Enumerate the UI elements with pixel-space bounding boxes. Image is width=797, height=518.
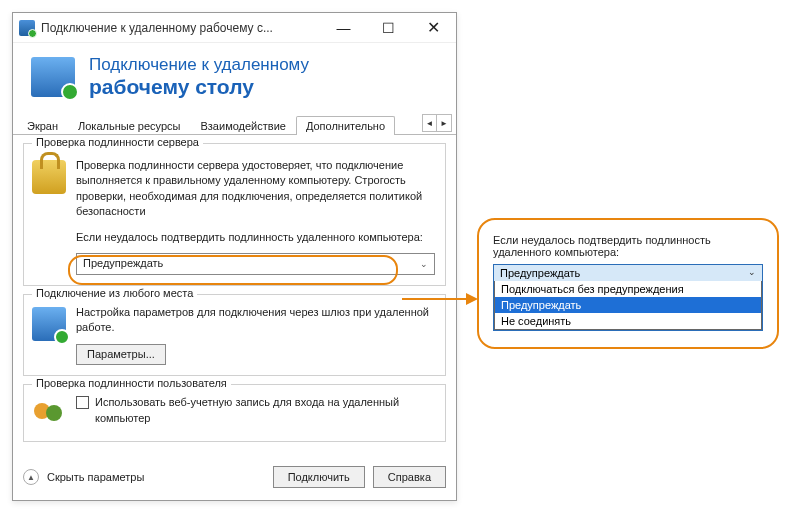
tab-bar: Экран Локальные ресурсы Взаимодействие Д… xyxy=(13,111,456,135)
auth-action-select[interactable]: Предупреждать ⌄ xyxy=(76,253,435,275)
tab-local-resources[interactable]: Локальные ресурсы xyxy=(68,116,190,135)
banner-line1: Подключение к удаленному xyxy=(89,55,309,75)
web-account-checkbox[interactable] xyxy=(76,396,89,409)
help-button[interactable]: Справка xyxy=(373,466,446,488)
select-options-list: Подключаться без предупреждения Предупре… xyxy=(494,281,762,330)
rdp-dialog: Подключение к удаленному рабочему с... —… xyxy=(12,12,457,501)
dialog-footer: ▲ Скрыть параметры Подключить Справка xyxy=(13,458,456,500)
close-button[interactable]: ✕ xyxy=(411,13,456,43)
window-title: Подключение к удаленному рабочему с... xyxy=(41,21,321,35)
banner-line2: рабочему столу xyxy=(89,75,309,99)
auth-action-value: Предупреждать xyxy=(83,256,163,271)
maximize-button[interactable]: ☐ xyxy=(366,13,411,43)
option-connect-no-warn[interactable]: Подключаться без предупреждения xyxy=(495,281,761,297)
server-auth-prompt: Если неудалось подтвердить подлинность у… xyxy=(76,230,435,245)
people-icon xyxy=(32,397,66,431)
hide-options-link[interactable]: Скрыть параметры xyxy=(47,471,265,483)
rdp-banner-icon xyxy=(31,57,75,97)
group-gateway-title: Подключение из любого места xyxy=(32,287,197,299)
titlebar[interactable]: Подключение к удаленному рабочему с... —… xyxy=(13,13,456,43)
web-account-label: Использовать веб-учетную запись для вход… xyxy=(95,395,435,426)
server-auth-desc: Проверка подлинности сервера удостоверяе… xyxy=(76,158,435,220)
callout-prompt: Если неудалось подтвердить подлинность у… xyxy=(493,234,763,258)
banner: Подключение к удаленному рабочему столу xyxy=(13,43,456,111)
minimize-button[interactable]: — xyxy=(321,13,366,43)
chevron-down-icon: ⌄ xyxy=(420,258,428,271)
group-user-auth: Проверка подлинности пользователя Исполь… xyxy=(23,384,446,442)
group-server-auth: Проверка подлинности сервера Проверка по… xyxy=(23,143,446,286)
group-gateway: Подключение из любого места Настройка па… xyxy=(23,294,446,376)
auth-action-select-open[interactable]: Предупреждать ⌄ Подключаться без предупр… xyxy=(493,264,763,331)
banner-text: Подключение к удаленному рабочему столу xyxy=(89,55,309,99)
chevron-down-icon: ⌄ xyxy=(748,267,756,279)
gateway-settings-button[interactable]: Параметры... xyxy=(76,344,166,365)
group-user-auth-title: Проверка подлинности пользователя xyxy=(32,377,231,389)
tab-content: Проверка подлинности сервера Проверка по… xyxy=(13,135,456,458)
tab-display[interactable]: Экран xyxy=(17,116,68,135)
callout-panel: Если неудалось подтвердить подлинность у… xyxy=(477,218,779,349)
tab-scroll-right-icon[interactable]: ► xyxy=(437,115,451,131)
monitor-icon xyxy=(32,307,66,341)
tab-experience[interactable]: Взаимодействие xyxy=(190,116,295,135)
group-server-auth-title: Проверка подлинности сервера xyxy=(32,136,203,148)
collapse-icon[interactable]: ▲ xyxy=(23,469,39,485)
option-warn[interactable]: Предупреждать xyxy=(495,297,761,313)
option-do-not-connect[interactable]: Не соединять xyxy=(495,313,761,329)
select-open-value: Предупреждать xyxy=(500,267,580,279)
tab-scroll: ◄ ► xyxy=(422,114,452,132)
tab-advanced[interactable]: Дополнительно xyxy=(296,116,395,135)
tab-scroll-left-icon[interactable]: ◄ xyxy=(423,115,437,131)
rdp-icon xyxy=(19,20,35,36)
connect-button[interactable]: Подключить xyxy=(273,466,365,488)
annotation-arrow xyxy=(402,298,476,300)
gateway-desc: Настройка параметров для подключения чер… xyxy=(76,305,435,336)
lock-icon xyxy=(32,160,66,194)
